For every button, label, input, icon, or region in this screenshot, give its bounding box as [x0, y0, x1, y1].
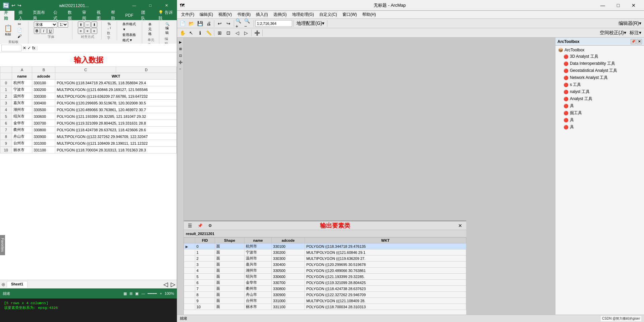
cell-name[interactable]: 温州市	[12, 93, 32, 100]
ribbon-tab-pdf[interactable]: PDF	[121, 11, 137, 20]
table-menu-btn[interactable]: ☰	[186, 222, 194, 229]
view-normal-btn[interactable]: ▦	[123, 291, 127, 296]
identify-btn[interactable]: ℹ	[196, 29, 204, 37]
attr-table-row[interactable]: 6 面 金华市 330700 POLYGON ((119.321099 28.8…	[184, 280, 466, 286]
table-close-btn[interactable]: ✕	[456, 222, 464, 229]
zoom-forward-btn[interactable]: ▷	[242, 29, 250, 37]
cell-name[interactable]: 湖州市	[12, 106, 32, 113]
table-row[interactable]: 6 金华市 330700 POLYGON ((119.321099 28.804…	[0, 120, 177, 127]
table-row[interactable]: 10 丽水市 331100 POLYGON ((118.700034 28.31…	[0, 147, 177, 153]
col-fid[interactable]: FID	[195, 238, 215, 243]
cell-adcode[interactable]: 330300	[32, 93, 55, 100]
cell-adcode[interactable]: 331000	[32, 140, 55, 147]
table-row[interactable]: 2 温州市 330300 MULTIPOLYGON (((119.636209 …	[0, 93, 177, 100]
name-box[interactable]	[1, 45, 21, 51]
cell-name[interactable]: 金华市	[12, 120, 32, 127]
col-header-d[interactable]: D	[116, 67, 177, 73]
cell-adcode[interactable]: 330900	[32, 133, 55, 140]
excel-maximize-btn[interactable]: □	[143, 0, 158, 11]
align-left-btn[interactable]: ≡	[78, 28, 84, 34]
menu-geoprocess[interactable]: 地理处理(G)	[289, 11, 317, 19]
toolbox-geostat[interactable]: 🔴 Geostatistical Analyst 工具	[557, 67, 643, 74]
cell-format-btn[interactable]: 单元格	[148, 22, 154, 36]
cell-wkt[interactable]: POLYGON ((118.700034 28.310313, 118.7013…	[55, 147, 177, 153]
excel-close-btn[interactable]: ✕	[159, 0, 174, 11]
sidebar-tool-3[interactable]: ⊡	[177, 52, 183, 58]
bold-btn[interactable]: B	[34, 28, 40, 34]
attr-table-row[interactable]: 1 面 宁波市 330200 MULTIPOLYGON (((121.60846…	[184, 249, 466, 256]
cell-name[interactable]: 绍兴市	[12, 113, 32, 120]
select-features-btn[interactable]: ↖	[187, 29, 195, 37]
table-options-btn[interactable]: ⚙	[206, 222, 214, 229]
table-row[interactable]: 5 绍兴市 330600 POLYGON ((121.193399 29.322…	[0, 113, 177, 120]
open-btn[interactable]: 📂	[187, 20, 195, 27]
ribbon-tab-team[interactable]: 团队	[137, 11, 152, 20]
col-header-c[interactable]: C	[55, 67, 116, 73]
toolbox-mine[interactable]: 🔴 掘工具	[557, 109, 643, 117]
zoom-full-btn[interactable]: ⊞	[216, 29, 224, 37]
ribbon-tab-help[interactable]: 帮助	[107, 11, 121, 20]
cell-adcode[interactable]: 330200	[32, 86, 55, 93]
toolbox-network[interactable]: 🔴 Network Analyst 工具	[557, 74, 643, 81]
cell-wkt[interactable]: POLYGON ((118.424738 28.637623, 118.4236…	[55, 127, 177, 133]
attr-table-row[interactable]: 10 面 丽水市 331100 POLYGON ((118.700034 28.…	[184, 304, 466, 310]
attr-table-row[interactable]: 3 面 嘉兴市 330400 POLYGON ((120.299695 30.5…	[184, 262, 466, 268]
italic-btn[interactable]: I	[41, 28, 47, 34]
copy-btn[interactable]: 📄	[15, 28, 24, 33]
formula-cancel[interactable]: ✕	[23, 46, 26, 50]
attr-table-row[interactable]: 9 面 台州市 331000 MULTIPOLYGON (((121.10840…	[184, 298, 466, 304]
underline-btn[interactable]: U	[47, 28, 53, 34]
cell-name[interactable]: 杭州市	[12, 80, 32, 86]
attr-table-row[interactable]: ▶ 0 面 杭州市 330100 POLYGON ((118.344718 29…	[184, 243, 466, 249]
cell-wkt[interactable]: POLYGON ((121.193399 29.32285, 121.18104…	[55, 113, 177, 120]
menu-help[interactable]: 帮助(H)	[360, 11, 379, 19]
col-name[interactable]: name	[245, 238, 272, 243]
favorites-tab[interactable]: Favorites	[0, 235, 5, 255]
scroll-right-btn[interactable]: ▷	[171, 281, 175, 288]
align-bot-btn[interactable]: ⬇	[91, 21, 97, 28]
menu-bookmark[interactable]: 书签(B)	[234, 11, 253, 19]
toolbox-3d[interactable]: 🔴 3D Analyst 工具	[557, 53, 643, 60]
cell-wkt[interactable]: MULTIPOLYGON (((121.60846 29.169127, 121…	[55, 86, 177, 93]
cell-adcode[interactable]: 330700	[32, 120, 55, 127]
align-center-btn[interactable]: ≡	[85, 28, 91, 34]
excel-redo-btn[interactable]: ↪	[17, 3, 21, 8]
view-page-btn[interactable]: ▣	[135, 291, 139, 296]
menu-select[interactable]: 选择(S)	[271, 11, 289, 19]
col-adcode[interactable]: adcode	[272, 238, 305, 243]
menu-file[interactable]: 文件(F)	[178, 11, 197, 19]
font-family-select[interactable]: 宋体	[34, 21, 57, 28]
formula-input[interactable]	[39, 46, 175, 50]
cell-adcode[interactable]: 330500	[32, 106, 55, 113]
sheet-tab-1[interactable]: Sheet1	[7, 281, 28, 288]
cell-adcode[interactable]: 330400	[32, 100, 55, 106]
sidebar-tool-2[interactable]: ⊞	[177, 46, 183, 52]
ribbon-tab-formula[interactable]: 公式	[49, 11, 64, 20]
toolbox-interop[interactable]: 🔴 Data Interoperability 工具	[557, 60, 643, 67]
tb-pin-btn[interactable]: 📌	[631, 39, 636, 44]
scroll-left-btn[interactable]: ◁	[163, 281, 168, 288]
sidebar-tool-1[interactable]: ▶	[177, 39, 183, 45]
menu-edit[interactable]: 编辑(E)	[197, 11, 216, 19]
menu-insert[interactable]: 插入(I)	[253, 11, 270, 19]
cell-adcode[interactable]: 330100	[32, 80, 55, 86]
toolbox-tool1[interactable]: 🔴 具	[557, 102, 643, 109]
scale-input[interactable]	[255, 20, 292, 27]
ribbon-tab-view[interactable]: 视图	[93, 11, 107, 20]
formula-confirm[interactable]: ✓	[28, 46, 31, 50]
zoom-back-btn[interactable]: ◁	[233, 29, 241, 37]
toolbox-tool2[interactable]: 🔴 具	[557, 117, 643, 124]
add-data-btn[interactable]: ➕	[253, 29, 261, 37]
cell-wkt[interactable]: MULTIPOLYGON (((121.108409 28.139011, 12…	[55, 140, 177, 147]
align-top-btn[interactable]: ⬆	[78, 21, 84, 28]
ribbon-tab-tell[interactable]: 💡 告诉我	[154, 11, 177, 20]
ribbon-tab-insert[interactable]: 插入	[14, 11, 29, 20]
zoom-in-btn[interactable]: +	[160, 291, 162, 295]
cell-wkt[interactable]: POLYGON ((119.321099 28.804425, 119.3316…	[55, 120, 177, 127]
zoom-in-btn[interactable]: 🔍+	[235, 20, 244, 27]
table-row[interactable]: 0 杭州市 330100 POLYGON ((118.344718 29.476…	[0, 80, 177, 86]
sidebar-tool-4[interactable]: ➕	[177, 59, 183, 65]
align-mid-btn[interactable]: ↔	[85, 21, 91, 28]
zoom-out-btn[interactable]: 🔍−	[244, 20, 252, 27]
attr-table-row[interactable]: 2 面 温州市 330300 MULTIPOLYGON (((119.63620…	[184, 256, 466, 262]
